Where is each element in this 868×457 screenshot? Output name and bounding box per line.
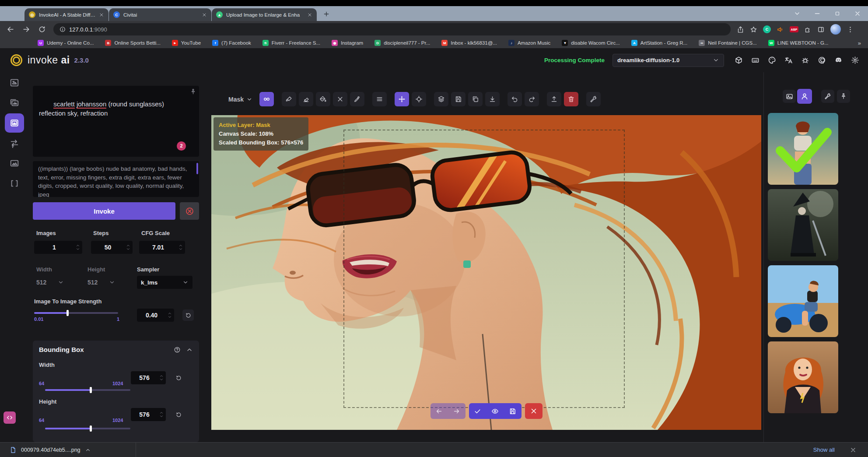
- menu-dots-icon[interactable]: [847, 26, 854, 33]
- brush-tool-button[interactable]: [282, 92, 296, 106]
- cfg-input[interactable]: 7.01: [139, 241, 185, 254]
- rail-tab-image-to-image[interactable]: [5, 93, 24, 112]
- strength-input[interactable]: 0.40: [137, 309, 174, 322]
- strength-reset-button[interactable]: [182, 309, 194, 321]
- gallery-thumbnail[interactable]: [768, 189, 838, 261]
- side-panel-icon[interactable]: [817, 26, 825, 33]
- gallery-images-tab[interactable]: [783, 90, 796, 103]
- trash-tool-button[interactable]: [564, 92, 578, 106]
- prompt-input[interactable]: scarlett johansson (round sunglasses) re…: [33, 86, 199, 157]
- rail-tab-unified-canvas[interactable]: [5, 113, 24, 133]
- bookmark-item[interactable]: W LINE WEBTOON - G...: [768, 40, 829, 46]
- close-tool-button[interactable]: [333, 92, 347, 106]
- window-menu-icon[interactable]: [793, 9, 802, 18]
- copy-tool-button[interactable]: [468, 92, 483, 106]
- discord-icon[interactable]: [834, 56, 843, 64]
- translate-icon[interactable]: [784, 56, 793, 64]
- tab-close-icon[interactable]: [99, 12, 104, 18]
- gallery-results-tab[interactable]: [797, 89, 812, 104]
- bookmark-star-icon[interactable]: [750, 26, 757, 33]
- eraser-tool-button[interactable]: [299, 92, 313, 106]
- rail-tab-nodes[interactable]: [5, 134, 24, 153]
- bookmark-item[interactable]: ▼ disable Wacom Circ...: [562, 40, 620, 46]
- scrollbar-thumb[interactable]: [196, 163, 198, 174]
- save-tool-button[interactable]: [451, 92, 466, 106]
- back-icon[interactable]: [5, 24, 16, 35]
- bookmark-item[interactable]: ♪ Amazon Music: [508, 40, 550, 46]
- gallery-thumbnail[interactable]: [768, 265, 838, 337]
- bbox-height-slider[interactable]: [45, 428, 130, 429]
- staging-eye-button[interactable]: [486, 403, 504, 419]
- cancel-button[interactable]: [180, 202, 199, 220]
- stepper[interactable]: [158, 374, 164, 381]
- window-close-icon[interactable]: [853, 9, 862, 18]
- restore-icon[interactable]: [833, 9, 842, 18]
- slider-handle[interactable]: [66, 310, 69, 316]
- gear-icon[interactable]: [851, 56, 859, 64]
- stepper[interactable]: [177, 244, 184, 251]
- download-tool-button[interactable]: [485, 92, 500, 106]
- gallery-thumbnail[interactable]: [768, 341, 838, 413]
- download-item[interactable]: 000979.40d74eb5....png: [0, 446, 99, 453]
- grammarly-extension-icon[interactable]: C: [763, 25, 771, 33]
- slider-handle[interactable]: [90, 425, 92, 432]
- help-icon[interactable]: [174, 346, 181, 353]
- new-tab-button[interactable]: [321, 8, 332, 20]
- bookmark-item[interactable]: B Online Sports Betti...: [105, 40, 160, 46]
- stepper[interactable]: [166, 312, 173, 319]
- extensions-puzzle-icon[interactable]: [804, 26, 812, 33]
- stepper[interactable]: [74, 244, 81, 251]
- canvas-image[interactable]: Active Layer: Mask Canvas Scale: 108% Sc…: [211, 115, 761, 430]
- gallery-settings-button[interactable]: [821, 90, 834, 103]
- browser-tab[interactable]: C Civitai: [109, 8, 211, 21]
- download-shelf-close-icon[interactable]: [850, 446, 857, 453]
- adblock-extension-icon[interactable]: ABP: [790, 26, 798, 32]
- share-icon[interactable]: [737, 26, 744, 33]
- tab-close-icon[interactable]: [202, 12, 207, 18]
- bookmark-item[interactable]: f (7) Facebook: [212, 40, 251, 46]
- bookmark-item[interactable]: M Inbox - klk56831@...: [441, 40, 497, 46]
- pin-icon[interactable]: [190, 88, 196, 95]
- target-tool-button[interactable]: [412, 92, 426, 106]
- palette-icon[interactable]: [768, 56, 776, 64]
- bbox-width-reset-button[interactable]: [173, 372, 184, 383]
- bookmark-item[interactable]: D discipleneil777 - Pr...: [374, 40, 430, 46]
- bookmark-item[interactable]: ► YouTube: [172, 40, 201, 46]
- github-icon[interactable]: [818, 56, 826, 64]
- bookmark-item[interactable]: A ArtStation - Greg R...: [631, 40, 687, 46]
- bbox-width-input[interactable]: 576: [131, 371, 166, 384]
- gallery-thumbnail-selected[interactable]: [768, 113, 838, 185]
- bookmark-item[interactable]: U Udemy - Online Co...: [38, 40, 94, 46]
- staging-check-button[interactable]: [469, 403, 486, 419]
- slider-handle[interactable]: [90, 387, 92, 393]
- staging-arrow-right-button[interactable]: [448, 403, 466, 419]
- redo-tool-button[interactable]: [525, 92, 539, 106]
- bbox-height-input[interactable]: 576: [131, 408, 166, 421]
- sampler-select[interactable]: k_lms: [137, 276, 192, 289]
- width-select[interactable]: 512: [36, 276, 64, 289]
- bbox-width-slider[interactable]: [45, 389, 130, 391]
- rail-tab-training[interactable]: [5, 174, 24, 193]
- profile-avatar[interactable]: [830, 24, 841, 35]
- bookmark-item[interactable]: fi Fiverr - Freelance S...: [262, 40, 320, 46]
- images-input[interactable]: 1: [34, 241, 82, 254]
- wrench-tool-button[interactable]: [586, 92, 601, 106]
- staging-arrow-left-button[interactable]: [430, 403, 448, 419]
- options-tool-button[interactable]: [372, 92, 387, 106]
- site-info-icon[interactable]: [60, 26, 66, 32]
- height-select[interactable]: 512: [88, 276, 115, 289]
- negative-prompt-input[interactable]: ((implants)) (large boobs) nude bad anat…: [33, 161, 199, 197]
- upload-tool-button[interactable]: [547, 92, 561, 106]
- fill-tool-button[interactable]: [316, 92, 330, 106]
- rail-tab-post-processing[interactable]: [5, 154, 24, 173]
- browser-tab[interactable]: ◎ InvokeAI - A Stable Diffusion Too: [24, 8, 108, 21]
- strength-slider[interactable]: [34, 312, 118, 314]
- cube-icon[interactable]: [735, 56, 743, 64]
- model-select[interactable]: dreamlike-diffusion-1.0: [612, 54, 724, 67]
- volume-extension-icon[interactable]: [777, 26, 784, 33]
- browser-tab[interactable]: ▲ Upload Image to Enlarge & Enha: [212, 8, 317, 21]
- tab-close-icon[interactable]: [307, 12, 312, 18]
- rail-tab-text-to-image[interactable]: [5, 73, 24, 92]
- bug-icon[interactable]: [801, 56, 809, 64]
- bbox-height-reset-button[interactable]: [173, 409, 184, 420]
